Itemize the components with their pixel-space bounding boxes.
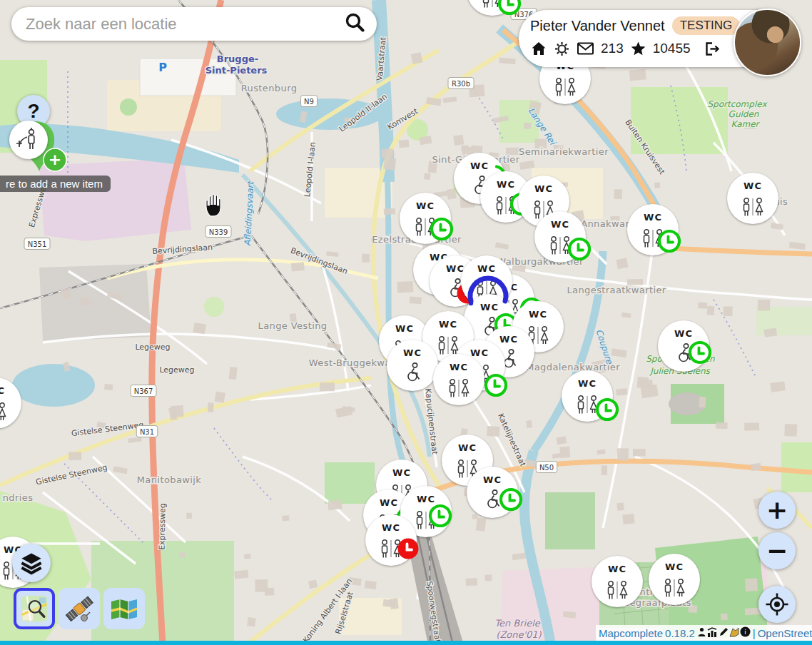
- attribution-version: 0.18.2: [665, 627, 695, 639]
- wc-marker[interactable]: WC: [433, 354, 484, 405]
- map-label: Gulden: [729, 109, 759, 119]
- svg-text:WC: WC: [499, 334, 518, 345]
- svg-text:WC: WC: [551, 219, 569, 230]
- svg-text:WC: WC: [480, 302, 499, 313]
- avatar[interactable]: [734, 9, 801, 76]
- wc-marker[interactable]: WC: [387, 340, 438, 391]
- svg-text:WC: WC: [529, 309, 547, 320]
- map-label: Kamer: [731, 119, 760, 129]
- svg-text:i: i: [744, 629, 746, 636]
- map-label: P: [158, 61, 167, 74]
- opening-hours-badge: [597, 400, 617, 420]
- map-label: Langestraatkwartier: [567, 285, 666, 295]
- search-input[interactable]: [24, 14, 342, 34]
- svg-text:WC: WC: [450, 362, 468, 372]
- road-ref-badge: N351: [24, 238, 50, 250]
- map-label: Legeweg: [159, 365, 194, 375]
- messages-count[interactable]: 213: [601, 41, 624, 56]
- svg-text:WC: WC: [403, 347, 422, 358]
- logout-icon[interactable]: [703, 41, 721, 57]
- copyright-icon[interactable]: i: [740, 626, 751, 639]
- geolocate-icon: [765, 592, 789, 616]
- user-name[interactable]: Pieter Vander Vennet: [530, 18, 665, 34]
- star-icon[interactable]: [630, 41, 646, 56]
- svg-text:R30b: R30b: [452, 80, 470, 88]
- road-ref-badge: R30b: [448, 78, 474, 89]
- svg-text:WC: WC: [674, 328, 693, 339]
- road-ref-badge: N367: [131, 385, 156, 397]
- map-label: (Zone'01): [496, 629, 542, 640]
- svg-text:N339: N339: [209, 228, 228, 236]
- svg-text:WC: WC: [417, 494, 435, 504]
- attribution-app-name[interactable]: Mapcomplete: [599, 627, 663, 639]
- svg-text:N50: N50: [539, 464, 554, 472]
- map-canvas[interactable]: Brugge-Sint-PietersRustenburgSint-Gillis…: [0, 0, 812, 645]
- add-plus-label: +: [49, 151, 61, 168]
- zoom-out-button[interactable]: −: [758, 532, 796, 569]
- map-label: Seminariekwartier: [519, 146, 609, 157]
- svg-text:WC: WC: [382, 522, 400, 533]
- basemap-satellite[interactable]: [59, 588, 100, 629]
- osm-carto-icon: [21, 593, 48, 624]
- contributors-icon[interactable]: [697, 627, 706, 639]
- svg-text:WC: WC: [395, 323, 414, 334]
- opening-hours-badge: [690, 342, 710, 362]
- map-label: Brugge-: [217, 54, 258, 64]
- layers-button[interactable]: [12, 544, 51, 582]
- svg-text:WC: WC: [470, 161, 489, 171]
- search-icon[interactable]: [342, 11, 367, 38]
- road-ref-badge: N339: [205, 226, 231, 238]
- map-label: Lange Vesting: [258, 320, 328, 331]
- osm-attribution-link[interactable]: OpenStreetMap: [758, 627, 812, 639]
- svg-text:WC: WC: [0, 385, 5, 396]
- svg-text:WC: WC: [392, 467, 411, 478]
- svg-text:WC: WC: [744, 181, 762, 191]
- road-ref-badge: N9: [301, 96, 318, 107]
- svg-text:N351: N351: [28, 240, 47, 248]
- home-icon[interactable]: [530, 40, 547, 57]
- svg-text:WC: WC: [578, 378, 597, 389]
- opening-hours-badge: [569, 239, 589, 259]
- zoom-in-button[interactable]: +: [758, 492, 796, 529]
- map-label: Rustenburg: [241, 83, 298, 93]
- basemap-osm-carto[interactable]: [14, 588, 55, 629]
- svg-text:WC: WC: [458, 442, 477, 453]
- road-ref-badge: N31: [136, 426, 158, 437]
- wc-marker[interactable]: WC: [592, 556, 643, 607]
- svg-text:N9: N9: [304, 98, 314, 106]
- map-label: Manitobawijk: [137, 474, 202, 485]
- hand-cursor-icon: [202, 193, 225, 217]
- opening-hours-badge: [432, 219, 452, 239]
- opening-hours-badge: [499, 0, 519, 14]
- svg-text:WC: WC: [497, 179, 515, 190]
- map-label: Sportcomplex: [707, 99, 768, 109]
- map-label: Sint-Pieters: [205, 65, 268, 76]
- svg-text:WC: WC: [446, 263, 465, 274]
- statistics-icon[interactable]: [707, 627, 718, 639]
- opening-hours-badge: [501, 489, 521, 509]
- stars-count[interactable]: 10455: [653, 41, 691, 56]
- attribution-bar: Mapcomplete 0.18.2 i | OpenStreetMap: [596, 625, 812, 641]
- testing-badge: TESTING: [672, 16, 741, 35]
- edit-pencil-icon[interactable]: [719, 627, 729, 639]
- basemap-switcher: [14, 588, 145, 629]
- geolocate-button[interactable]: [758, 586, 796, 623]
- mapcomplete-app: Brugge-Sint-PietersRustenburgSint-Gillis…: [0, 0, 812, 645]
- svg-text:WC: WC: [644, 212, 662, 223]
- svg-text:WC: WC: [483, 474, 502, 485]
- map-label: ndries: [3, 492, 34, 503]
- svg-text:WC: WC: [416, 200, 435, 211]
- opening-hours-badge: [659, 231, 679, 251]
- wc-marker[interactable]: WC: [727, 173, 778, 224]
- attribution-separator: |: [753, 627, 756, 639]
- theme-icon[interactable]: [729, 627, 739, 639]
- svg-text:N31: N31: [140, 428, 154, 436]
- mail-icon[interactable]: [577, 41, 594, 56]
- svg-text:WC: WC: [477, 263, 496, 274]
- satellite-icon: [63, 592, 96, 625]
- add-hint-tooltip: re to add a new item: [0, 176, 111, 192]
- gear-icon[interactable]: [554, 41, 570, 57]
- opening-hours-badge: [398, 539, 419, 559]
- wc-marker[interactable]: WC: [649, 554, 700, 605]
- basemap-folded-map[interactable]: [103, 588, 145, 629]
